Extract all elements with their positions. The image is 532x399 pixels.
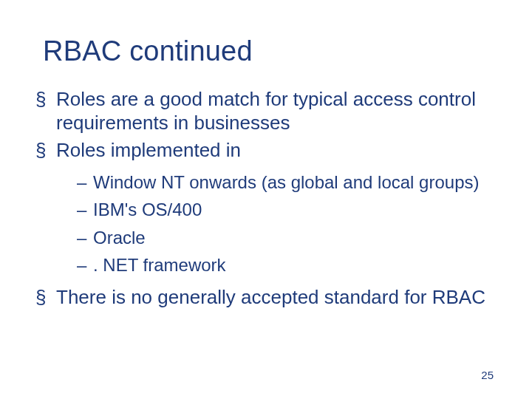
- slide: RBAC continued Roles are a good match fo…: [0, 0, 532, 399]
- bullet-text: There is no generally accepted standard …: [56, 286, 485, 308]
- sub-item: . NET framework: [77, 251, 497, 279]
- bullet-item: Roles implemented in Window NT onwards (…: [35, 139, 497, 278]
- sub-list: Window NT onwards (as global and local g…: [56, 168, 497, 279]
- bullet-text: Roles are a good match for typical acces…: [56, 88, 476, 134]
- bullet-list: Roles are a good match for typical acces…: [30, 88, 502, 310]
- page-number: 25: [481, 369, 494, 381]
- sub-item: Window NT onwards (as global and local g…: [77, 168, 497, 196]
- bullet-item: Roles are a good match for typical acces…: [35, 88, 497, 134]
- sub-item: IBM's OS/400: [77, 196, 497, 223]
- sub-item: Oracle: [77, 224, 497, 251]
- bullet-text: Roles implemented in: [56, 139, 241, 161]
- slide-title: RBAC continued: [43, 35, 502, 67]
- bullet-item: There is no generally accepted standard …: [35, 286, 497, 310]
